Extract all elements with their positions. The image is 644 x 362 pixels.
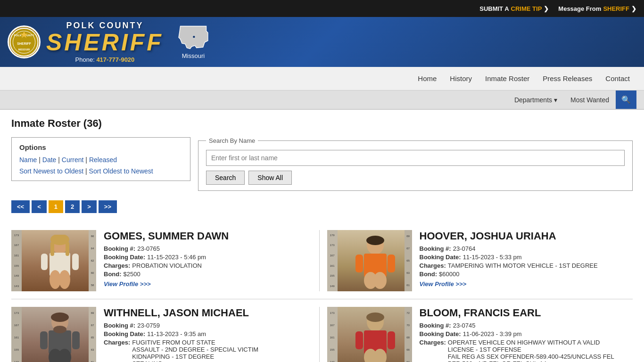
message-sheriff-link[interactable]: Message From SHERIFF ❯ — [558, 5, 636, 12]
page-1-button[interactable]: 1 — [49, 200, 63, 213]
inmate-info-bloom: BLOOM, FRANCIS EARL Booking #: 23-0745 B… — [420, 307, 626, 362]
bond-hoover: Bond: $60000 — [420, 271, 626, 278]
charges-hoover: Charges: TAMPERING WITH MOTOR VEHICLE - … — [420, 262, 626, 269]
page-title: Inmate Roster (36) — [11, 117, 633, 130]
search-input[interactable] — [206, 150, 625, 166]
departments-dropdown[interactable]: Departments ▾ — [508, 91, 564, 108]
svg-text:SHERIFF: SHERIFF — [17, 41, 31, 45]
nav-press-releases[interactable]: Press Releases — [536, 67, 599, 90]
svg-rect-20 — [355, 255, 363, 272]
submit-text: SUBMIT A — [479, 5, 509, 12]
svg-point-10 — [59, 270, 70, 289]
option-released-link[interactable]: Released — [89, 156, 117, 164]
crime-text: CRIME TIP — [511, 5, 542, 12]
crime-tip-link[interactable]: SUBMIT A CRIME TIP ❯ — [479, 5, 549, 12]
view-profile-hoover[interactable]: View Profile >>> — [420, 280, 626, 288]
inmate-info-hoover: HOOVER, JOSHUA URIAHA Booking #: 23-0764… — [420, 230, 626, 291]
inmate-entry-withnell: 173167161155149 — [11, 307, 320, 362]
inmate-name-withnell: WITHNELL, JASON MICHAEL — [104, 307, 310, 319]
show-all-button[interactable]: Show All — [248, 171, 292, 185]
sheriff-badge: POLK COUNTY SHERIFF MISSOURI — [8, 25, 41, 58]
page-2-button[interactable]: 2 — [65, 200, 80, 213]
svg-point-30 — [53, 326, 66, 333]
inmate-entry-gomes: 173167161155149143 — [11, 230, 320, 291]
crime-tip-arrow: ❯ — [544, 5, 549, 12]
pagination: << < 1 2 > >> — [11, 200, 633, 213]
inmate-name-hoover: HOOVER, JOSHUA URIAHA — [420, 230, 626, 242]
charges-gomes: Charges: PROBATION VIOLATION — [104, 262, 310, 269]
svg-rect-21 — [388, 255, 395, 272]
nav-contact[interactable]: Contact — [599, 67, 636, 90]
inmate-info-withnell: WITHNELL, JASON MICHAEL Booking #: 23-07… — [104, 307, 310, 362]
booking-date-hoover: Booking Date: 11-15-2023 - 5:33 pm — [420, 254, 626, 261]
svg-point-29 — [51, 313, 69, 322]
nav-inmate-roster[interactable]: Inmate Roster — [479, 67, 536, 90]
inmate-row: 173167161155149143 — [11, 222, 633, 299]
mugshot-withnell: 173167161155149 — [11, 307, 96, 362]
phone-area: Phone: 417-777-9020 — [75, 56, 135, 63]
booking-date-bloom: Booking Date: 11-06-2023 - 3:39 pm — [420, 330, 626, 337]
mugshot-bloom: 173167161155149 — [327, 307, 412, 362]
svg-rect-36 — [388, 331, 395, 349]
search-legend: Search By Name — [206, 137, 258, 144]
page-prev-button[interactable]: < — [32, 200, 47, 213]
phone-number: 417-777-9020 — [96, 56, 134, 63]
svg-text:MISSOURI: MISSOURI — [18, 48, 30, 50]
chevron-down-icon: ▾ — [554, 96, 557, 104]
mugshot-gomes: 173167161155149143 — [11, 230, 96, 291]
option-name-link[interactable]: Name — [19, 156, 37, 164]
svg-rect-15 — [66, 242, 69, 256]
most-wanted-link[interactable]: Most Wanted — [564, 91, 616, 108]
page-first-button[interactable]: << — [11, 200, 30, 213]
svg-point-37 — [366, 313, 384, 322]
phone-label: Phone: — [75, 56, 95, 63]
mugshot-hoover: 179173167161155149 — [327, 230, 412, 291]
inmate-row-2: 173167161155149 — [11, 299, 633, 362]
svg-rect-28 — [72, 331, 80, 349]
inmate-name-gomes: GOMES, SUMMER DAWN — [104, 230, 310, 242]
message-prefix: Message From — [558, 5, 601, 12]
sheriff-main-text: SHERIFF — [46, 31, 164, 54]
view-profile-gomes[interactable]: View Profile >>> — [104, 280, 310, 288]
secondary-nav: Departments ▾ Most Wanted 🔍 — [0, 90, 644, 110]
message-arrow: ❯ — [631, 5, 636, 12]
page-next-button[interactable]: > — [82, 200, 97, 213]
nav-home[interactable]: Home — [411, 67, 443, 90]
charges-bloom: Charges: OPERATE VEHICLE ON HIGHWAY WITH… — [420, 339, 626, 362]
state-label: Missouri — [182, 52, 205, 59]
option-current-link[interactable]: Current — [62, 156, 84, 164]
booking-num-withnell: Booking #: 23-0759 — [104, 322, 310, 329]
svg-rect-35 — [355, 331, 363, 349]
booking-num-bloom: Booking #: 23-0745 — [420, 322, 626, 329]
option-links: Name | Date | Current | Released — [19, 156, 182, 164]
search-fieldset: Search By Name Search Show All — [198, 137, 633, 191]
sort-newest-link[interactable]: Sort Newest to Oldest — [19, 167, 83, 175]
search-button[interactable]: Search — [206, 171, 245, 185]
logo-area: POLK COUNTY SHERIFF MISSOURI POLK COUNTY… — [8, 21, 636, 63]
sort-links: Sort Newest to Oldest | Sort Oldest to N… — [19, 167, 182, 175]
svg-point-19 — [373, 272, 387, 289]
options-box: Options Name | Date | Current | Released… — [11, 137, 190, 181]
departments-label: Departments — [514, 96, 552, 104]
booking-date-withnell: Booking Date: 11-13-2023 - 9:35 am — [104, 330, 310, 337]
svg-rect-27 — [40, 331, 48, 349]
search-buttons: Search Show All — [206, 171, 625, 185]
inmate-entry-bloom: 173167161155149 — [320, 307, 633, 362]
page-last-button[interactable]: >> — [99, 200, 117, 213]
booking-date-gomes: Booking Date: 11-15-2023 - 5:46 pm — [104, 254, 310, 261]
main-nav: Home History Inmate Roster Press Release… — [0, 67, 644, 90]
option-date-link[interactable]: Date — [42, 156, 57, 164]
svg-rect-14 — [50, 242, 54, 256]
sheriff-title: POLK COUNTY SHERIFF Phone: 417-777-9020 — [46, 21, 164, 63]
top-bar: SUBMIT A CRIME TIP ❯ Message From SHERIF… — [0, 0, 644, 17]
sort-oldest-link[interactable]: Sort Oldest to Newest — [89, 167, 153, 175]
inmate-grid: 173167161155149143 — [11, 222, 633, 362]
booking-num-gomes: Booking #: 23-0765 — [104, 245, 310, 252]
svg-rect-11 — [41, 254, 48, 270]
inmate-entry-hoover: 179173167161155149 — [320, 230, 633, 291]
nav-history[interactable]: History — [443, 67, 479, 90]
options-search-row: Options Name | Date | Current | Released… — [11, 137, 633, 191]
svg-point-6 — [193, 35, 196, 38]
search-icon-button[interactable]: 🔍 — [616, 90, 636, 109]
inmate-name-bloom: BLOOM, FRANCIS EARL — [420, 307, 626, 319]
